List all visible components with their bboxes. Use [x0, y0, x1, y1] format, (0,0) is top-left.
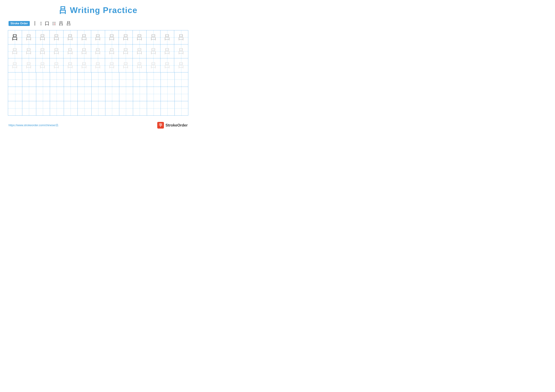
grid-cell-1-11[interactable]: 吕 — [146, 30, 161, 44]
grid-cell-4-7[interactable] — [91, 72, 105, 87]
grid-cell-1-12[interactable]: 吕 — [161, 30, 174, 44]
grid-row-2: 吕 吕 吕 吕 吕 吕 吕 吕 吕 吕 吕 吕 — [8, 44, 188, 58]
footer-logo-text: StrokeOrder — [166, 123, 188, 128]
grid-row-6 — [8, 101, 188, 115]
grid-cell-3-5[interactable]: 吕 — [63, 58, 77, 72]
grid-cell-5-4[interactable] — [50, 87, 64, 101]
grid-cell-1-9[interactable]: 吕 — [119, 30, 133, 44]
grid-cell-5-5[interactable] — [63, 87, 78, 101]
char-guide: 吕 — [25, 34, 32, 41]
grid-row-3: 吕 吕 吕 吕 吕 吕 吕 吕 吕 吕 吕 吕 — [8, 58, 188, 72]
grid-cell-4-8[interactable] — [105, 72, 119, 87]
grid-cell-6-3[interactable] — [36, 101, 50, 115]
grid-row-5 — [8, 87, 188, 101]
stroke-order-badge: Stroke Order — [8, 21, 30, 26]
practice-grid: 吕 吕 吕 吕 吕 吕 吕 吕 吕 吕 吕 吕 — [8, 30, 188, 116]
title-text: Writing Practice — [70, 6, 138, 15]
grid-cell-2-4[interactable]: 吕 — [50, 44, 64, 58]
title-char: 吕 — [59, 6, 67, 15]
grid-cell-5-7[interactable] — [91, 87, 105, 101]
grid-cell-6-4[interactable] — [50, 101, 64, 115]
grid-cell-6-9[interactable] — [119, 101, 133, 115]
grid-cell-2-2[interactable]: 吕 — [22, 44, 36, 58]
grid-cell-5-2[interactable] — [22, 87, 36, 101]
char-black: 吕 — [12, 34, 18, 41]
title-area: 吕 Writing Practice — [8, 5, 188, 16]
grid-cell-3-1[interactable]: 吕 — [8, 58, 22, 72]
grid-cell-6-12[interactable] — [161, 101, 175, 115]
grid-cell-3-2[interactable]: 吕 — [22, 58, 36, 72]
grid-cell-5-3[interactable] — [36, 87, 50, 101]
grid-cell-2-9[interactable]: 吕 — [119, 44, 133, 58]
footer-logo: 字 StrokeOrder — [157, 122, 188, 128]
grid-row-1: 吕 吕 吕 吕 吕 吕 吕 吕 吕 吕 吕 吕 — [8, 30, 188, 44]
grid-cell-1-8[interactable]: 吕 — [105, 30, 119, 44]
grid-cell-1-7[interactable]: 吕 — [91, 30, 105, 44]
grid-cell-4-3[interactable] — [36, 72, 50, 87]
grid-cell-5-10[interactable] — [133, 87, 147, 101]
grid-cell-2-1[interactable]: 吕 — [8, 44, 22, 58]
grid-cell-6-5[interactable] — [63, 101, 78, 115]
grid-cell-3-10[interactable]: 吕 — [133, 58, 147, 72]
footer-url[interactable]: https://www.strokeorder.com/chinese/吕 — [8, 123, 58, 127]
grid-cell-5-9[interactable] — [119, 87, 133, 101]
stroke-step-6: 吕 — [66, 20, 71, 27]
grid-cell-3-6[interactable]: 吕 — [77, 58, 91, 72]
grid-cell-6-7[interactable] — [91, 101, 105, 115]
grid-cell-5-13[interactable] — [174, 87, 189, 101]
grid-cell-2-12[interactable]: 吕 — [161, 44, 174, 58]
grid-cell-6-6[interactable] — [77, 101, 92, 115]
stroke-step-1: 丨 — [33, 20, 37, 27]
strokeorder-icon: 字 — [157, 122, 164, 128]
grid-cell-6-2[interactable] — [22, 101, 36, 115]
grid-cell-2-13[interactable]: 吕 — [174, 44, 188, 58]
grid-cell-1-13[interactable]: 吕 — [174, 30, 188, 44]
grid-cell-3-13[interactable]: 吕 — [174, 58, 188, 72]
grid-cell-2-6[interactable]: 吕 — [77, 44, 91, 58]
grid-cell-6-1[interactable] — [8, 101, 22, 115]
stroke-step-2: 𠃍 — [40, 21, 42, 26]
grid-cell-2-10[interactable]: 吕 — [133, 44, 147, 58]
grid-cell-1-3[interactable]: 吕 — [36, 30, 50, 44]
grid-cell-2-3[interactable]: 吕 — [36, 44, 50, 58]
grid-cell-4-4[interactable] — [50, 72, 64, 87]
grid-cell-5-1[interactable] — [8, 87, 22, 101]
grid-cell-5-12[interactable] — [161, 87, 175, 101]
stroke-step-4: 𠃍口丨 — [52, 21, 56, 26]
grid-cell-4-11[interactable] — [146, 72, 161, 87]
grid-cell-1-6[interactable]: 吕 — [77, 30, 91, 44]
stroke-step-5: 吕 — [59, 20, 63, 27]
grid-cell-4-6[interactable] — [77, 72, 92, 87]
grid-cell-6-10[interactable] — [133, 101, 147, 115]
grid-row-4 — [8, 72, 188, 87]
grid-cell-6-13[interactable] — [174, 101, 189, 115]
grid-cell-5-11[interactable] — [146, 87, 161, 101]
grid-cell-1-10[interactable]: 吕 — [133, 30, 147, 44]
grid-cell-3-4[interactable]: 吕 — [50, 58, 64, 72]
grid-cell-5-8[interactable] — [105, 87, 119, 101]
grid-cell-5-6[interactable] — [77, 87, 92, 101]
grid-cell-3-11[interactable]: 吕 — [146, 58, 161, 72]
grid-cell-4-1[interactable] — [8, 72, 22, 87]
grid-cell-4-13[interactable] — [174, 72, 189, 87]
grid-cell-4-10[interactable] — [133, 72, 147, 87]
grid-cell-3-7[interactable]: 吕 — [91, 58, 105, 72]
grid-cell-4-2[interactable] — [22, 72, 36, 87]
grid-cell-6-11[interactable] — [146, 101, 161, 115]
grid-cell-3-3[interactable]: 吕 — [36, 58, 50, 72]
grid-cell-1-5[interactable]: 吕 — [63, 30, 77, 44]
grid-cell-4-12[interactable] — [161, 72, 175, 87]
grid-cell-3-8[interactable]: 吕 — [105, 58, 119, 72]
grid-cell-3-12[interactable]: 吕 — [161, 58, 174, 72]
grid-cell-2-7[interactable]: 吕 — [91, 44, 105, 58]
grid-cell-4-9[interactable] — [119, 72, 133, 87]
grid-cell-2-5[interactable]: 吕 — [63, 44, 77, 58]
grid-cell-1-4[interactable]: 吕 — [50, 30, 64, 44]
grid-cell-1-2[interactable]: 吕 — [22, 30, 36, 44]
grid-cell-1-1[interactable]: 吕 — [8, 30, 22, 44]
grid-cell-2-8[interactable]: 吕 — [105, 44, 119, 58]
grid-cell-4-5[interactable] — [63, 72, 78, 87]
grid-cell-2-11[interactable]: 吕 — [146, 44, 161, 58]
grid-cell-6-8[interactable] — [105, 101, 119, 115]
grid-cell-3-9[interactable]: 吕 — [119, 58, 133, 72]
